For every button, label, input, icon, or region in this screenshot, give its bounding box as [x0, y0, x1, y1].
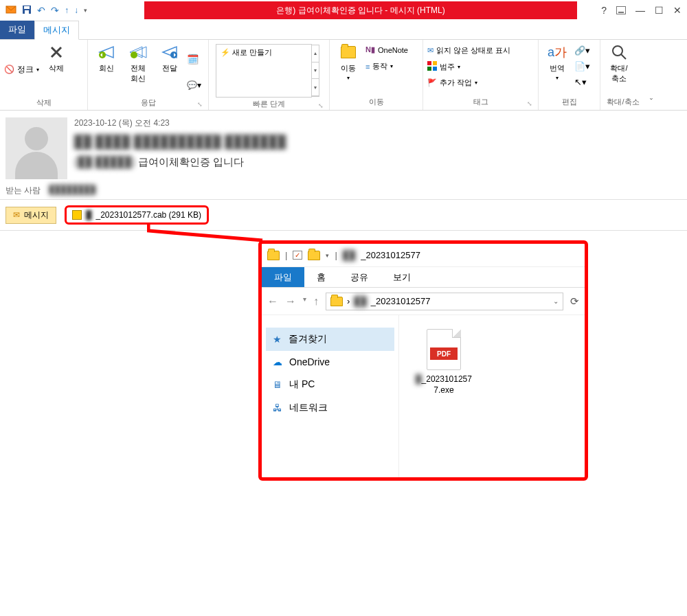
cab-file-icon [72, 210, 82, 220]
group-label-move: 이동 [334, 95, 418, 110]
followup-button[interactable]: 🚩추가 작업 ▾ [427, 78, 510, 88]
file-name: █_20231012577.exe [413, 374, 475, 396]
onenote-button[interactable]: N▮OneNote [365, 45, 408, 54]
sidebar-thispc[interactable]: 🖥내 PC [266, 373, 394, 396]
zoom-button[interactable]: 확대/ 축소 [605, 43, 633, 84]
move-button[interactable]: 이동▾ [334, 43, 363, 81]
explorer-nav: ← → ▾ ↑ › ██ _20231012577 ⌄ ⟳ [262, 288, 585, 315]
group-label-delete: 삭제 [4, 96, 83, 111]
svg-rect-2 [24, 6, 30, 9]
svg-rect-3 [25, 10, 29, 14]
nav-forward-icon[interactable]: → [285, 295, 296, 308]
network-icon: 🖧 [273, 402, 282, 413]
checkbox-icon[interactable]: ✓ [293, 251, 302, 260]
tab-file[interactable]: 파일 [0, 21, 34, 39]
onedrive-icon: ☁ [273, 356, 282, 367]
close-icon[interactable]: ✕ [673, 5, 682, 16]
actions-icon: ≡ [365, 62, 370, 71]
annotation-connector [147, 221, 264, 242]
zoom-icon [609, 43, 629, 62]
sidebar-onedrive[interactable]: ☁OneDrive [266, 351, 394, 373]
reply-button[interactable]: 회신 [92, 43, 121, 73]
actions-button[interactable]: ≡동작 ▾ [365, 61, 408, 71]
svg-rect-9 [427, 67, 431, 71]
meeting-icon[interactable]: 🗓️ [187, 54, 201, 65]
ribbon: 🚫정크 ▾ 삭제 삭제 회신 전체 회신 전달 🗓️ [0, 40, 687, 111]
redo-icon[interactable]: ↷ [51, 5, 59, 16]
explorer-window: | ✓ ▾ | ██ _20231012577 파일 홈 공유 보기 ← → ▾… [258, 240, 588, 481]
folder-icon [308, 251, 320, 260]
forward-icon [160, 43, 179, 62]
find-icon[interactable]: 🔗▾ [574, 45, 590, 56]
explorer-tab-share[interactable]: 공유 [338, 267, 381, 287]
tab-message[interactable]: 메시지 [34, 21, 79, 40]
reply-all-button[interactable]: 전체 회신 [124, 43, 153, 84]
delete-icon [47, 43, 66, 62]
file-item-exe[interactable]: PDF █_20231012577.exe [413, 329, 475, 396]
recipient-redacted: ████████ [49, 185, 95, 196]
quick-steps-gallery[interactable]: ⚡ 새로 만들기 ▴▾▾ [216, 44, 312, 98]
forward-button[interactable]: 전달 [155, 43, 184, 73]
nav-up-icon[interactable]: ↑ [313, 295, 319, 308]
attachment-bar: ✉ 메시지 █_20231012577.cab (291 KB) [0, 199, 687, 231]
ribbon-tabs: 파일 메시지 [0, 21, 687, 40]
explorer-tab-home[interactable]: 홈 [304, 267, 338, 287]
prev-icon[interactable]: ↑ [65, 5, 69, 15]
mail-icon [5, 5, 16, 16]
translate-icon: a가 [548, 43, 567, 62]
refresh-icon[interactable]: ⟳ [570, 295, 579, 308]
help-icon[interactable]: ? [601, 5, 607, 16]
translate-button[interactable]: a가 번역▾ [543, 43, 572, 81]
explorer-tab-file[interactable]: 파일 [262, 267, 304, 287]
maximize-icon[interactable]: ☐ [655, 5, 664, 16]
qat-dropdown-icon[interactable]: ▾ [84, 7, 87, 14]
related-icon[interactable]: 📄▾ [574, 61, 590, 71]
nav-recent-icon[interactable]: ▾ [303, 295, 306, 308]
svg-point-5 [131, 52, 137, 58]
avatar [5, 117, 67, 179]
more-respond-icon[interactable]: 💬▾ [187, 80, 201, 90]
chevron-down-icon[interactable]: ⌄ [553, 297, 559, 305]
unread-icon: ✉ [427, 46, 433, 55]
reply-all-icon [128, 43, 148, 62]
move-icon [339, 43, 358, 62]
explorer-sidebar: ★즐겨찾기 ☁OneDrive 🖥내 PC 🖧네트워크 [262, 315, 399, 477]
select-icon[interactable]: ↖▾ [574, 77, 590, 87]
nav-back-icon[interactable]: ← [267, 295, 278, 308]
sidebar-network[interactable]: 🖧네트워크 [266, 396, 394, 420]
folder-icon [267, 251, 280, 260]
pc-icon: 🖥 [273, 379, 282, 390]
explorer-tabs: 파일 홈 공유 보기 [262, 267, 585, 288]
explorer-titlebar: | ✓ ▾ | ██ _20231012577 [262, 244, 585, 267]
junk-button[interactable]: 🚫정크 ▾ [4, 64, 39, 76]
undo-icon[interactable]: ↶ [37, 5, 45, 16]
sender-redacted: ██ ████ ██████████ ███████ [74, 135, 286, 149]
delete-button[interactable]: 삭제 [42, 43, 71, 73]
group-label-edit: 편집 [543, 95, 596, 110]
svg-rect-8 [433, 61, 437, 65]
address-bar[interactable]: › ██ _20231012577 ⌄ [326, 293, 563, 310]
svg-rect-7 [427, 61, 431, 65]
quick-access-toolbar: ↶ ↷ ↑ ↓ ▾ [0, 5, 87, 16]
group-label-respond: 응답⤡ [92, 96, 204, 111]
message-header: 2023-10-12 (목) 오전 4:23 ██ ████ █████████… [0, 111, 687, 182]
minimize-icon[interactable]: — [635, 5, 645, 16]
next-icon[interactable]: ↓ [74, 5, 78, 15]
title-bar: ↶ ↷ ↑ ↓ ▾ 은행) 급여이체확인증 입니다 - 메시지 (HTML) ?… [0, 0, 687, 21]
save-icon[interactable] [22, 5, 32, 16]
star-icon: ★ [273, 334, 282, 345]
explorer-tab-view[interactable]: 보기 [381, 267, 423, 287]
svg-line-12 [621, 54, 626, 59]
mail-small-icon: ✉ [13, 210, 20, 220]
sidebar-favorites[interactable]: ★즐겨찾기 [266, 328, 394, 351]
flag-icon: 🚩 [427, 78, 437, 87]
mark-unread-button[interactable]: ✉읽지 않은 상태로 표시 [427, 45, 510, 56]
ribbon-display-icon[interactable] [616, 6, 626, 14]
reply-icon [97, 43, 116, 62]
message-subject: (██ █████) 급여이체확인증 입니다 [74, 156, 682, 169]
junk-icon: 🚫 [4, 65, 14, 74]
attachment-filename: _20231012577.cab (291 KB) [96, 210, 201, 220]
categorize-button[interactable]: 범주 ▾ [427, 61, 510, 72]
collapse-ribbon-icon[interactable]: ˇ [646, 95, 657, 110]
message-tab-chip[interactable]: ✉ 메시지 [5, 207, 56, 224]
